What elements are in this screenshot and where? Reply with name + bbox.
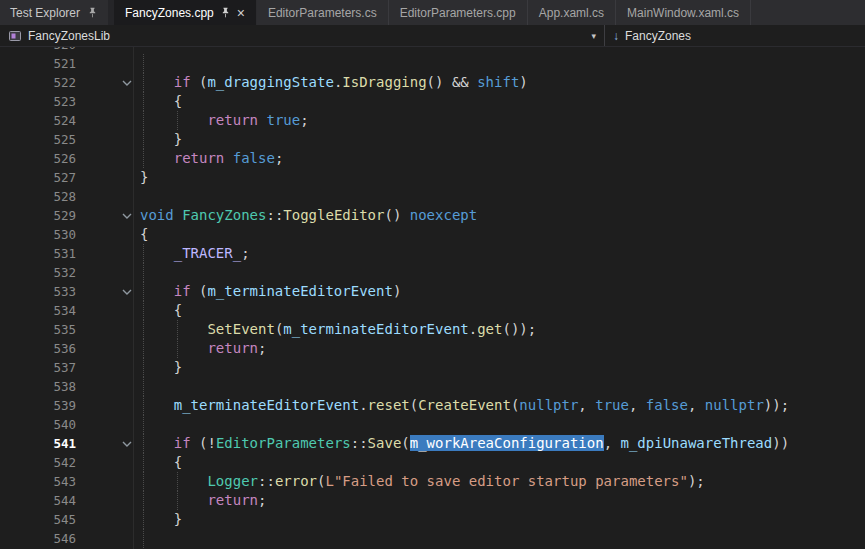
code-line-533[interactable]: 533if (m_terminateEditorEvent) (0, 282, 865, 301)
code-line-537[interactable]: 537} (0, 358, 865, 377)
token: FancyZones (182, 207, 266, 223)
code-line-528[interactable]: 528 (0, 187, 865, 206)
line-number: 530 (0, 225, 78, 244)
fold-chevron-icon[interactable] (122, 441, 132, 447)
tab-bar: Test Explorer FancyZones.cpp×EditorParam… (0, 0, 865, 25)
token: m_terminateEditorEvent (283, 321, 468, 337)
code-line-530[interactable]: 530{ (0, 225, 865, 244)
line-number: 523 (0, 92, 78, 111)
tab-label: EditorParameters.cs (268, 6, 377, 20)
fold-margin (78, 434, 140, 453)
tab-fancyzones-cpp[interactable]: FancyZones.cpp× (114, 0, 257, 25)
token: ( (191, 283, 208, 299)
code-lines: 520521522if (m_draggingState.IsDragging(… (0, 47, 865, 548)
tab-label: MainWindow.xaml.cs (627, 6, 739, 20)
line-number: 545 (0, 510, 78, 529)
token: } (174, 131, 182, 147)
code-line-529[interactable]: 529void FancyZones::ToggleEditor() noexc… (0, 206, 865, 225)
code-line-543[interactable]: 543Logger::error(L"Failed to save editor… (0, 472, 865, 491)
code-line-540[interactable]: 540 (0, 415, 865, 434)
member-name: FancyZones (625, 29, 691, 43)
token: error (275, 473, 317, 489)
vs-window: Test Explorer FancyZones.cpp×EditorParam… (0, 0, 865, 549)
fold-margin (78, 225, 140, 244)
code-line-526[interactable]: 526return false; (0, 149, 865, 168)
token: m_draggingState (207, 74, 333, 90)
line-number: 532 (0, 263, 78, 282)
indent-guide (143, 282, 144, 301)
line-number: 533 (0, 282, 78, 301)
line-number: 529 (0, 206, 78, 225)
indent-guide (143, 111, 144, 130)
token: )); (764, 397, 789, 413)
code-line-536[interactable]: 536return; (0, 339, 865, 358)
code-line-525[interactable]: 525} (0, 130, 865, 149)
code-line-523[interactable]: 523{ (0, 92, 865, 111)
line-number: 521 (0, 54, 78, 73)
token: false (233, 150, 275, 166)
token: true (595, 397, 629, 413)
project-name: FancyZonesLib (28, 29, 110, 43)
token: ) (519, 74, 527, 90)
code-line-520[interactable]: 520 (0, 47, 865, 54)
fold-margin (78, 377, 140, 396)
fold-chevron-icon[interactable] (122, 289, 132, 295)
tab-editorparameters-cs[interactable]: EditorParameters.cs (257, 0, 389, 25)
code-text: } (140, 168, 148, 187)
code-text: return; (140, 491, 266, 510)
token: nullptr (705, 397, 764, 413)
token: m_dpiUnawareThread (620, 435, 772, 451)
fold-chevron-icon[interactable] (122, 213, 132, 219)
project-dropdown[interactable]: FancyZonesLib ▾ (0, 25, 604, 46)
code-line-527[interactable]: 527} (0, 168, 865, 187)
line-number: 539 (0, 396, 78, 415)
code-line-545[interactable]: 545} (0, 510, 865, 529)
token: _TRACER_ (174, 245, 241, 261)
token: SetEvent (207, 321, 274, 337)
token: , (629, 397, 646, 413)
line-number: 528 (0, 187, 78, 206)
token: get (477, 321, 502, 337)
code-line-541[interactable]: 541if (!EditorParameters::Save(m_workAre… (0, 434, 865, 453)
member-dropdown[interactable]: ↓ FancyZones (605, 25, 699, 46)
code-line-538[interactable]: 538 (0, 377, 865, 396)
indent-guide (177, 320, 178, 339)
indent-guide (143, 434, 144, 453)
token: } (174, 511, 182, 527)
code-line-542[interactable]: 542{ (0, 453, 865, 472)
code-line-524[interactable]: 524return true; (0, 111, 865, 130)
code-line-534[interactable]: 534{ (0, 301, 865, 320)
line-number: 546 (0, 529, 78, 548)
tab-editorparameters-cpp[interactable]: EditorParameters.cpp (389, 0, 528, 25)
code-line-531[interactable]: 531_TRACER_; (0, 244, 865, 263)
code-editor[interactable]: 520521522if (m_draggingState.IsDragging(… (0, 47, 865, 549)
code-line-522[interactable]: 522if (m_draggingState.IsDragging() && s… (0, 73, 865, 92)
fold-chevron-icon[interactable] (122, 80, 132, 86)
code-text: return; (140, 339, 266, 358)
code-line-535[interactable]: 535SetEvent(m_terminateEditorEvent.get()… (0, 320, 865, 339)
down-arrow-icon: ↓ (613, 29, 619, 43)
close-icon[interactable]: × (237, 6, 245, 20)
pin-icon[interactable] (220, 7, 231, 18)
code-line-544[interactable]: 544return; (0, 491, 865, 510)
indent-guide (143, 415, 144, 434)
code-line-539[interactable]: 539m_terminateEditorEvent.reset(CreateEv… (0, 396, 865, 415)
tab-test-explorer[interactable]: Test Explorer (0, 0, 108, 25)
fold-margin (78, 187, 140, 206)
fold-margin (78, 149, 140, 168)
pin-icon[interactable] (87, 7, 98, 18)
fold-margin (78, 529, 140, 548)
token: . (469, 321, 477, 337)
indent-guide (143, 301, 144, 320)
indent-guide (143, 472, 144, 491)
code-text: return true; (140, 111, 309, 130)
code-text: } (140, 130, 182, 149)
token: noexcept (410, 207, 477, 223)
tab-mainwindow-xaml-cs[interactable]: MainWindow.xaml.cs (616, 0, 751, 25)
code-line-532[interactable]: 532 (0, 263, 865, 282)
code-text: { (140, 225, 148, 244)
tab-app-xaml-cs[interactable]: App.xaml.cs (528, 0, 616, 25)
code-line-546[interactable]: 546 (0, 529, 865, 548)
code-line-521[interactable]: 521 (0, 54, 865, 73)
token: ()); (502, 321, 536, 337)
